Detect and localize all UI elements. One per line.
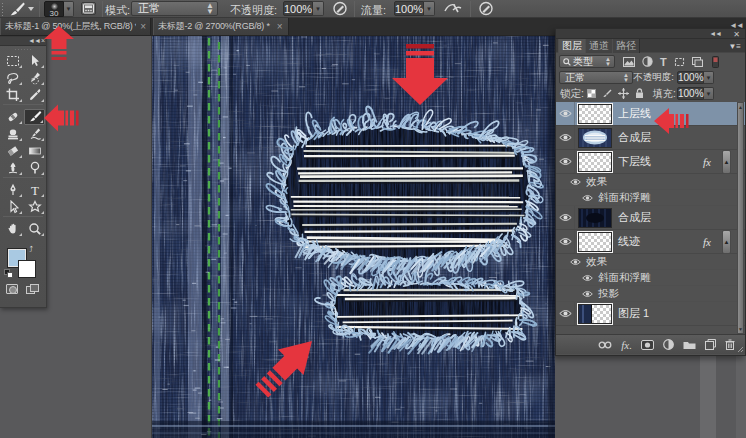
layer-row[interactable]: 线迹fx▲	[556, 230, 745, 254]
effect-visibility-toggle[interactable]	[582, 274, 593, 282]
opacity-pressure-icon[interactable]	[332, 1, 348, 16]
options-bar-grip[interactable]	[1, 2, 5, 16]
close-panel-icon[interactable]: ✕	[733, 30, 739, 39]
layer-opacity-value[interactable]: 100%	[677, 71, 704, 84]
layer-row[interactable]: 合成层	[556, 126, 745, 150]
layer-name[interactable]: 上层线	[618, 106, 651, 121]
eyedropper-button[interactable]	[24, 87, 45, 103]
close-tab-icon[interactable]: ×	[277, 21, 283, 32]
tab-paths[interactable]: 路径	[612, 39, 640, 53]
history-brush-button[interactable]	[24, 126, 45, 142]
collapse-panel-icon[interactable]: ◄◄	[709, 30, 721, 37]
airbrush-icon[interactable]	[443, 1, 463, 16]
effect-row[interactable]: 投影	[556, 286, 745, 302]
filter-image-icon[interactable]	[623, 57, 635, 67]
layer-row[interactable]: 图层 1	[556, 302, 745, 326]
brush-preset-picker[interactable]: 30	[44, 1, 64, 17]
clone-stamp-button[interactable]	[2, 126, 23, 142]
trash-icon[interactable]	[725, 339, 735, 350]
effect-row[interactable]: 斜面和浮雕	[556, 270, 745, 286]
background-color-swatch[interactable]	[18, 260, 36, 278]
new-layer-icon[interactable]	[705, 339, 716, 350]
brush-tool-button[interactable]	[24, 109, 45, 125]
brush-preset-dropdown[interactable]: ▼	[64, 1, 74, 17]
filter-type-select[interactable]: 类型 ▲▼	[559, 55, 615, 68]
layer-thumbnail[interactable]	[578, 128, 612, 148]
layer-visibility-toggle[interactable]	[556, 230, 575, 253]
collapse-effects-button[interactable]: ▲	[722, 230, 731, 254]
layer-thumbnail[interactable]	[578, 104, 612, 124]
layer-visibility-toggle[interactable]	[556, 302, 575, 325]
tools-panel-grip[interactable]	[14, 48, 32, 52]
type-tool-button[interactable]: T	[24, 182, 45, 198]
layer-name[interactable]: 合成层	[618, 130, 651, 145]
flow-dropdown[interactable]: ▼	[424, 1, 435, 16]
document-tab-2[interactable]: 未标题-2 @ 2700%(RGB/8) * ×	[153, 18, 289, 35]
brush-icon[interactable]	[9, 2, 25, 16]
quick-mask-button[interactable]	[6, 284, 18, 294]
lock-transparent-icon[interactable]	[587, 89, 596, 98]
quick-selection-button[interactable]	[24, 70, 45, 86]
healing-brush-button[interactable]	[2, 109, 23, 125]
effect-row[interactable]: 效果	[556, 254, 745, 270]
tab-channels[interactable]: 通道	[585, 39, 613, 53]
effect-visibility-toggle[interactable]	[582, 290, 593, 298]
tab-layers[interactable]: 图层	[558, 39, 586, 53]
tools-panel-header[interactable]: ◄◄ ×	[0, 37, 46, 46]
crop-tool-button[interactable]	[2, 87, 23, 103]
filter-shape-icon[interactable]	[674, 57, 685, 67]
filter-toggle-icon[interactable]	[712, 56, 719, 68]
panel-menu-icon[interactable]: ▼≡	[728, 42, 741, 51]
layer-visibility-toggle[interactable]	[556, 206, 575, 229]
gradient-tool-button[interactable]	[24, 143, 45, 159]
fill-dropdown[interactable]: ▼	[704, 87, 714, 100]
collapse-effects-button[interactable]: ▲	[722, 150, 731, 174]
rectangular-marquee-button[interactable]	[2, 53, 23, 69]
dodge-tool-button[interactable]	[24, 160, 45, 176]
pen-tool-button[interactable]	[2, 182, 23, 198]
layer-name[interactable]: 下层线	[618, 154, 651, 169]
layer-thumbnail[interactable]	[578, 304, 612, 324]
layer-visibility-toggle[interactable]	[556, 126, 575, 149]
canvas[interactable]	[152, 36, 555, 438]
filter-adjustment-icon[interactable]	[642, 56, 653, 67]
move-tool-button[interactable]	[24, 53, 45, 69]
flow-value[interactable]: 100%	[394, 1, 424, 16]
filter-type-text-icon[interactable]: T	[660, 56, 667, 68]
effect-row[interactable]: 效果	[556, 174, 745, 190]
layer-name[interactable]: 合成层	[618, 210, 651, 225]
layer-row[interactable]: 下层线fx▲	[556, 150, 745, 174]
layers-scrollbar[interactable]: ▲▼	[737, 102, 744, 334]
group-icon[interactable]	[683, 340, 696, 350]
default-colors-icon[interactable]	[4, 269, 13, 278]
shape-tool-button[interactable]	[24, 199, 45, 215]
zoom-tool-button[interactable]	[24, 221, 45, 237]
effect-visibility-toggle[interactable]	[570, 258, 581, 266]
toggle-brush-panel-button[interactable]	[81, 2, 96, 15]
resize-grip-icon[interactable]	[737, 346, 744, 353]
layer-visibility-toggle[interactable]	[556, 150, 575, 173]
eraser-tool-button[interactable]	[2, 143, 23, 159]
hand-tool-button[interactable]	[2, 221, 23, 237]
lock-position-icon[interactable]	[618, 88, 629, 99]
fill-value[interactable]: 100%	[677, 87, 704, 100]
layer-thumbnail[interactable]	[578, 152, 612, 172]
layer-thumbnail[interactable]	[578, 232, 612, 252]
mode-select[interactable]: 正常 ▲▼	[131, 1, 218, 16]
layer-row[interactable]: 合成层	[556, 206, 745, 230]
layer-name[interactable]: 线迹	[618, 234, 640, 249]
screen-mode-button[interactable]	[26, 284, 39, 295]
lock-pixels-icon[interactable]	[602, 89, 612, 99]
opacity-dropdown[interactable]: ▼	[313, 1, 324, 16]
link-layers-icon[interactable]	[598, 341, 612, 349]
opacity-value[interactable]: 100%	[283, 1, 313, 16]
path-select-button[interactable]	[2, 199, 23, 215]
lock-all-icon[interactable]	[635, 88, 644, 99]
document-tab-1[interactable]: 未标题-1 @ 50%(上层线, RGB/8) * ×	[0, 18, 151, 35]
size-pressure-icon[interactable]	[478, 1, 494, 16]
effect-visibility-toggle[interactable]	[582, 194, 593, 202]
filter-smart-object-icon[interactable]	[692, 57, 703, 67]
tool-preset-arrow[interactable]	[28, 7, 34, 11]
effect-visibility-toggle[interactable]	[570, 178, 581, 186]
lasso-tool-button[interactable]	[2, 70, 23, 86]
